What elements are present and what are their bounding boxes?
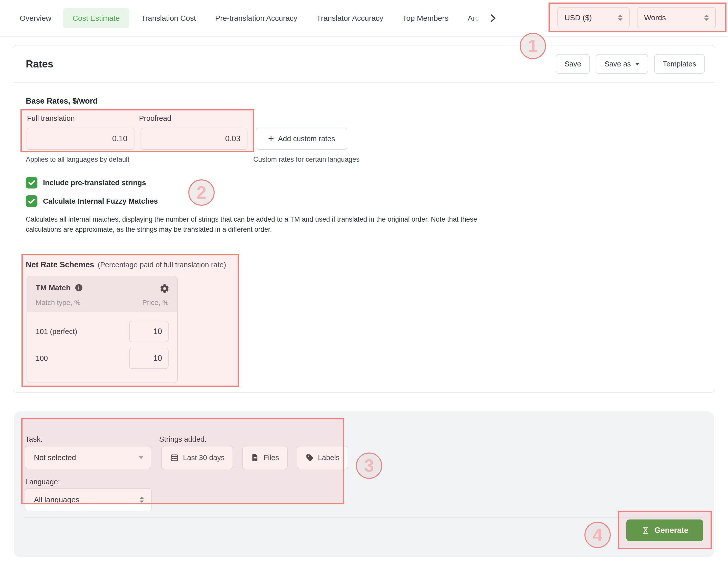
save-button[interactable]: Save [556,54,590,74]
fuzzy-matches-row: Calculate Internal Fuzzy Matches [26,195,158,207]
save-as-button[interactable]: Save as [596,54,648,74]
strings-added-label: Strings added: [159,435,207,443]
gear-icon[interactable] [160,284,170,293]
last-30-days-filter-button[interactable]: Last 30 days [161,446,233,469]
calendar-icon [170,453,179,462]
proofread-rate-input[interactable] [141,128,247,150]
language-value: All languages [34,495,79,504]
page-title: Rates [26,58,53,70]
include-pretranslated-row: Include pre-translated strings [26,177,146,189]
tab-translation-cost[interactable]: Translation Cost [141,14,196,23]
tm-match-row: 100 [27,348,177,369]
fuzzy-matches-checkbox[interactable] [26,195,37,207]
caret-down-icon [635,63,640,65]
tm-match-row: 101 (perfect) [27,321,177,342]
language-select[interactable]: All languages [25,488,152,511]
select-arrows-icon [140,497,144,503]
panel-divider [24,517,704,518]
tag-icon [305,453,314,462]
plus-icon: + [268,134,274,143]
tm-row-label: 101 (perfect) [36,327,77,336]
header-divider [0,36,728,37]
tm-row-label: 100 [36,354,48,362]
task-value: Not selected [34,453,76,462]
full-translation-label: Full translation [27,114,75,123]
fuzzy-matches-label: Calculate Internal Fuzzy Matches [43,197,158,206]
net-rate-schemes-heading: Net Rate Schemes (Percentage paid of ful… [26,260,226,269]
checkmark-icon [27,197,36,206]
tm-100-price-input[interactable] [129,348,169,369]
tm-match-title: TM Match [36,284,71,292]
language-label: Language: [25,478,60,486]
select-arrows-icon [704,15,709,21]
tm-match-header: TM Match Match type, % Price, % [27,277,177,312]
tab-cost-estimate[interactable]: Cost Estimate [63,8,129,28]
tm-col-match-type: Match type, % [36,298,80,307]
tabs-scroll-right-button[interactable] [489,13,496,23]
templates-button[interactable]: Templates [654,54,705,74]
files-filter-button[interactable]: Files [242,446,287,469]
rates-card-header: Rates Save Save as Templates [13,46,715,83]
base-rates-caption: Applies to all languages by default [26,156,129,164]
task-label: Task: [25,435,42,443]
include-pretranslated-checkbox[interactable] [26,177,37,189]
file-icon [251,453,259,462]
task-select[interactable]: Not selected [25,446,151,469]
labels-filter-button[interactable]: Labels [297,446,348,469]
full-translation-rate-input[interactable] [27,128,134,150]
custom-rates-caption: Custom rates for certain languages [253,156,359,164]
rates-card: Rates Save Save as Templates Base Rates,… [13,45,715,393]
checkmark-icon [27,178,36,187]
caret-down-icon [139,456,144,459]
unit-select[interactable]: Words [637,7,716,28]
generator-panel: Task: Not selected Strings added: Last 3… [14,411,714,557]
hourglass-icon [641,526,650,535]
currency-value: USD ($) [564,13,592,22]
tm-101-price-input[interactable] [129,321,169,342]
tm-col-price: Price, % [142,298,169,307]
rates-actions: Save Save as Templates [556,54,705,74]
tab-overview[interactable]: Overview [20,14,51,23]
generate-button[interactable]: Generate [626,519,703,541]
unit-value: Words [644,13,666,22]
report-tabs: Overview Cost Estimate Translation Cost … [20,7,496,29]
fuzzy-matches-note: Calculates all internal matches, display… [26,214,511,235]
currency-select[interactable]: USD ($) [557,7,630,28]
tab-pre-translation-accuracy[interactable]: Pre-translation Accuracy [215,14,297,23]
select-arrows-icon [618,15,623,21]
tab-archived-truncated[interactable]: Arc [468,14,481,23]
tab-translator-accuracy[interactable]: Translator Accuracy [316,14,383,23]
include-pretranslated-label: Include pre-translated strings [43,179,146,187]
info-icon[interactable] [75,284,83,292]
tab-top-members[interactable]: Top Members [402,14,448,23]
strings-added-filters: Last 30 days Files Labels [161,446,348,469]
add-custom-rates-button[interactable]: + Add custom rates [256,128,347,150]
proofread-label: Proofread [139,114,171,123]
base-rates-heading: Base Rates, $/word [26,97,98,106]
chevron-right-icon [489,13,496,23]
tm-match-card: TM Match Match type, % Price, % 101 (per… [27,276,178,383]
